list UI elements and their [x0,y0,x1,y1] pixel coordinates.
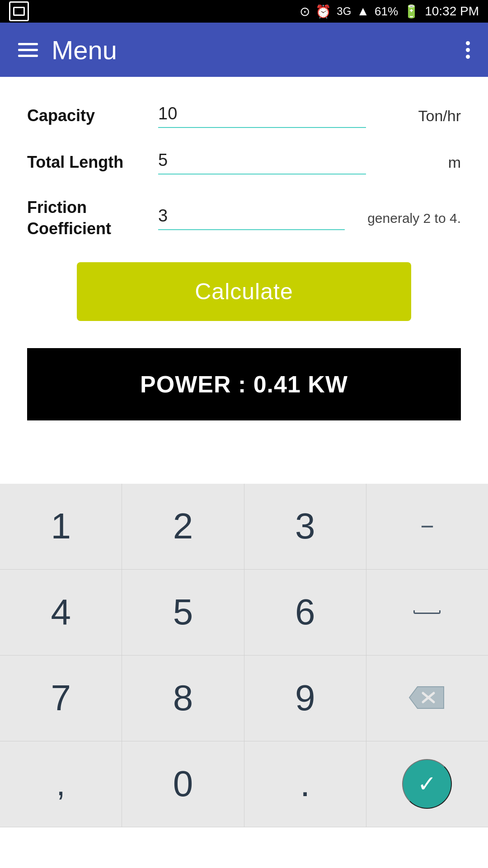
status-bar-left [9,1,29,21]
status-bar: ⊙ ⏰ 3G ▲ 61% 🔋 10:32 PM [0,0,488,23]
signal-icon: ▲ [357,4,369,19]
hamburger-line-2 [18,49,38,51]
total-length-input-wrap [158,151,366,175]
key-backspace[interactable] [366,656,488,741]
spacer [0,439,488,484]
key-4[interactable]: 4 [0,570,122,656]
key-minus[interactable]: − [366,484,488,570]
capacity-input-wrap [158,104,366,128]
hamburger-line-3 [18,55,38,57]
checkmark-icon: ✓ [418,771,436,797]
status-bar-right: ⊙ ⏰ 3G ▲ 61% 🔋 10:32 PM [300,4,479,19]
total-length-unit: m [380,154,461,171]
more-options-button[interactable] [466,41,470,59]
keyboard: 1 2 3 − 4 5 6 7 8 9 , 0 [0,484,488,827]
key-9[interactable]: 9 [244,656,366,741]
friction-input[interactable] [158,206,345,226]
total-length-label: Total Length [27,152,145,173]
key-8[interactable]: 8 [122,656,244,741]
friction-label: Friction Coefficient [27,197,145,240]
keyboard-row-4: , 0 . ✓ [0,741,488,827]
key-period[interactable]: . [244,741,366,827]
more-dot-3 [466,55,470,59]
location-icon: ⊙ [300,4,310,19]
friction-coefficient-row: Friction Coefficient generaly 2 to 4. [27,197,461,240]
calculate-button[interactable]: Calculate [77,262,411,321]
keyboard-row-3: 7 8 9 [0,656,488,741]
key-space[interactable] [366,570,488,656]
friction-label-line1: Friction [27,198,87,217]
keyboard-row-1: 1 2 3 − [0,484,488,570]
hamburger-line-1 [18,43,38,45]
alarm-icon: ⏰ [315,4,331,19]
friction-input-wrap [158,206,345,230]
key-comma[interactable]: , [0,741,122,827]
key-6[interactable]: 6 [244,570,366,656]
result-text: POWER : 0.41 KW [140,371,348,397]
key-3[interactable]: 3 [244,484,366,570]
key-2[interactable]: 2 [122,484,244,570]
key-7[interactable]: 7 [0,656,122,741]
battery-label: 61% [375,5,398,19]
more-dot-2 [466,48,470,52]
key-done-wrap: ✓ [366,741,488,827]
capacity-row: Capacity Ton/hr [27,104,461,128]
friction-hint: generaly 2 to 4. [358,209,461,228]
key-0[interactable]: 0 [122,741,244,827]
network-label: 3G [337,5,351,18]
capacity-input[interactable] [158,104,366,123]
photo-icon [9,1,29,21]
key-done[interactable]: ✓ [402,759,452,809]
result-bar: POWER : 0.41 KW [27,348,461,420]
app-title: Menu [52,35,466,65]
total-length-input[interactable] [158,151,366,170]
backspace-icon [408,677,446,719]
hamburger-menu-icon[interactable] [18,43,38,57]
keyboard-row-2: 4 5 6 [0,570,488,656]
time-label: 10:32 PM [425,4,479,19]
photo-inner [13,7,25,16]
key-5[interactable]: 5 [122,570,244,656]
friction-label-line2: Coefficient [27,219,111,238]
backspace-svg [408,685,446,710]
main-content: Capacity Ton/hr Total Length m Friction … [0,77,488,439]
total-length-row: Total Length m [27,151,461,175]
space-icon [413,610,441,614]
more-dot-1 [466,41,470,45]
app-bar: Menu [0,23,488,77]
capacity-label: Capacity [27,105,145,127]
key-1[interactable]: 1 [0,484,122,570]
capacity-unit: Ton/hr [380,107,461,125]
battery-icon: 🔋 [404,4,419,19]
